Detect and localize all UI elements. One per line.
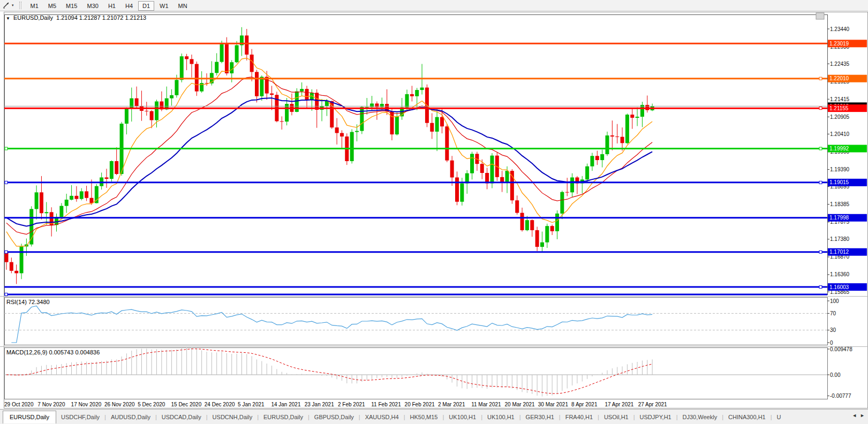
candle [470,154,474,173]
candle [230,62,233,73]
chart-tab-16[interactable]: CHINA300,H1 [723,412,771,422]
candle [220,44,224,62]
level-handle[interactable] [819,77,822,80]
chart-tab-8[interactable]: HK50,M15 [405,412,443,422]
level-handle[interactable] [819,107,822,110]
timeframe-button-m15[interactable]: M15 [62,1,81,11]
candle [505,171,509,182]
rsi-label: RSI(14) 72.3480 [6,299,50,305]
chart-ohlc-values: 1.21094 1.21287 1.21072 1.21213 [56,14,146,21]
cursor-tool-icon[interactable] [2,2,11,9]
chart-tab-6[interactable]: GBPUSD,Daily [310,412,359,422]
level-handle[interactable] [819,251,822,253]
candle [110,161,114,179]
candle [350,132,354,161]
candle [445,126,449,161]
candle [585,166,589,180]
level-handle[interactable] [5,251,7,253]
chart-outer-frame [4,12,868,408]
timeframe-button-h4[interactable]: H4 [121,1,137,11]
timeframe-button-w1[interactable]: W1 [155,1,173,11]
candle [440,117,444,127]
candle [115,161,118,174]
chart-tab-14[interactable]: USDJPY,H1 [635,412,676,422]
candles-layer [5,27,654,284]
x-axis-date-label: 20 Mar 2021 [505,402,535,407]
y-axis-tick-label: 1.16360 [830,271,850,277]
candle [280,121,284,122]
timeframe-button-m30[interactable]: M30 [82,1,102,11]
chart-tab-0[interactable]: EURUSD,Daily [3,411,56,423]
candle [190,59,193,64]
candle [380,104,384,107]
chart-tab-5[interactable]: EURUSD,Daily [259,412,308,422]
candle [520,213,524,230]
macd-axis-tick-label: 0.009478 [830,346,852,352]
timeframe-button-mn[interactable]: MN [174,1,192,11]
chart-tab-9[interactable]: UK100,H1 [444,412,481,422]
chart-tab-13[interactable]: USOil,H1 [599,412,633,422]
price-level-badge-label: 1.19992 [829,146,849,152]
chart-symbol-label: EURUSD,Daily [13,14,53,21]
level-handle[interactable] [819,181,822,184]
dropdown-caret-icon[interactable]: ▾ [12,3,14,7]
candle [415,90,419,96]
candle [410,94,414,96]
chart-tab-4[interactable]: USDCNH,Daily [208,412,258,422]
x-axis-date-label: 23 Jan 2021 [305,402,334,407]
chart-tab-11[interactable]: GER30,H1 [521,412,559,422]
chart-tab-10[interactable]: UK100,H1 [482,412,519,422]
toolbar-grip[interactable] [19,2,21,9]
x-axis-date-label: 5 Dec 2020 [138,402,165,407]
level-handle[interactable] [5,293,7,296]
candle [455,177,459,201]
candle [555,214,559,231]
macd-axis-tick-label: 0.00 [830,372,841,378]
chart-tab-2[interactable]: AUDUSD,Daily [106,412,155,422]
candle [435,117,439,132]
candle [510,171,514,200]
chart-tab-1[interactable]: USDCHF,Daily [56,412,104,422]
candle [305,89,309,100]
chart-tab-3[interactable]: USDCAD,Daily [157,412,206,422]
level-handle[interactable] [819,147,822,150]
timeframe-button-d1[interactable]: D1 [138,1,154,11]
x-axis-date-label: 30 Mar 2021 [538,402,569,407]
candle [360,107,364,131]
chart-tab-7[interactable]: XAUUSD,H4 [360,412,404,422]
chart-tab-12[interactable]: FRA40,H1 [561,412,598,422]
candle [300,89,304,92]
tab-scroll-right-icon[interactable]: ► [860,413,865,418]
chart-tab-17[interactable]: U [772,412,786,422]
timeframe-button-m5[interactable]: M5 [44,1,61,11]
level-handle[interactable] [5,147,7,150]
level-handle[interactable] [5,181,7,184]
timeframe-button-h1[interactable]: H1 [104,1,120,11]
chart-tab-15[interactable]: DJ30,Weekly [678,412,722,422]
candle [80,191,84,199]
candle [155,101,158,120]
level-handle[interactable] [819,286,822,289]
candle [390,111,394,134]
candle [395,116,399,134]
candle [70,196,73,200]
candle [420,88,424,90]
price-chart[interactable]: 1.234401.229301.224351.219251.214151.209… [0,11,868,409]
timeframe-button-m1[interactable]: M1 [26,1,43,11]
candle [540,243,544,247]
x-axis-date-label: 11 Mar 2021 [471,402,501,407]
candle [105,177,109,179]
candle [460,183,464,201]
candle [330,101,334,127]
candle [245,35,248,55]
macd-label: MACD(12,26,9) 0.005743 0.004836 [6,349,100,355]
candle [255,72,259,96]
tab-scroll-left-icon[interactable]: ◄ [852,413,857,418]
candle [135,99,139,106]
chart-scroll-thumb[interactable] [816,13,824,19]
rsi-axis-tick-label: 0 [830,340,833,346]
collapse-triangle-icon[interactable]: ▼ [6,16,10,21]
tab-scroll-arrows: ◄► [847,413,866,418]
tabs: EURUSD,DailyUSDCHF,Daily|AUDUSD,Daily|US… [0,411,786,423]
candle [195,64,199,91]
